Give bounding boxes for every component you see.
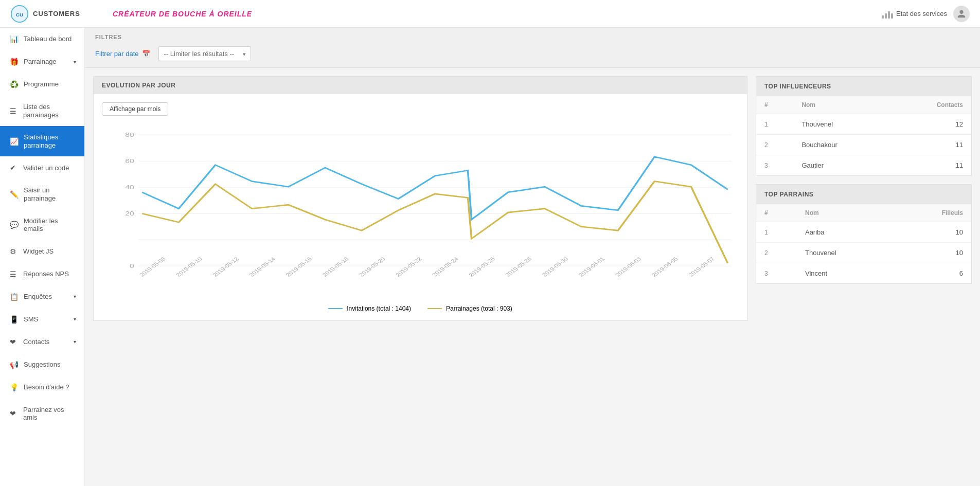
svg-text:2019-06-01: 2019-06-01	[577, 256, 606, 278]
sidebar-label-reponses-nps: Réponses NPS	[23, 270, 76, 278]
sidebar-icon-programme: ♻️	[10, 80, 19, 88]
svg-text:2019-06-05: 2019-06-05	[650, 256, 679, 278]
parrains-header-row: # Nom Filleuls	[756, 204, 971, 222]
sidebar-item-parrainage[interactable]: 🎁 Parrainage ▾	[0, 50, 84, 73]
sidebar-icon-saisir-parrainage: ✏️	[10, 190, 19, 199]
parrains-col-filleuls: Filleuls	[894, 204, 971, 222]
sidebar-item-saisir-parrainage[interactable]: ✏️ Saisir un parrainage	[0, 179, 84, 209]
sidebar-item-widget-js[interactable]: ⚙ Widget JS	[0, 240, 84, 263]
header-right: Etat des services	[882, 6, 970, 22]
svg-text:2019-05-24: 2019-05-24	[431, 256, 459, 278]
chart-card: EVOLUTION PAR JOUR Affichage par mois	[93, 76, 747, 321]
sidebar-label-besoin-aide: Besoin d'aide ?	[24, 383, 76, 391]
layout: 📊 Tableau de bord 🎁 Parrainage ▾ ♻️ Prog…	[0, 28, 980, 486]
top-parrains-card: TOP PARRAINS # Nom Filleuls 1 Aarib	[756, 184, 972, 284]
rank-cell: 2	[756, 135, 793, 155]
sidebar-icon-enquetes: 📋	[10, 293, 19, 301]
svg-text:2019-05-12: 2019-05-12	[211, 256, 240, 278]
name-cell: Vincent	[797, 263, 894, 284]
svg-text:20: 20	[125, 210, 134, 218]
sidebar-label-contacts: Contacts	[23, 338, 68, 346]
sidebar-item-besoin-aide[interactable]: 💡 Besoin d'aide ?	[0, 376, 84, 399]
sidebar-label-enquetes: Enquêtes	[24, 293, 68, 301]
table-row: 3 Vincent 6	[756, 263, 971, 284]
bar-chart-icon	[882, 9, 893, 19]
calendar-icon: 📅	[142, 50, 150, 58]
sidebar-icon-statistiques: 📈	[10, 137, 19, 146]
sidebar-arrow-enquetes: ▾	[74, 294, 76, 299]
table-row: 2 Thouvenel 10	[756, 243, 971, 263]
filter-date-text: Filtrer par date	[95, 50, 139, 58]
header-tagline: CRÉATEUR DE BOUCHE À OREILLE	[113, 10, 252, 18]
chart-title: EVOLUTION PAR JOUR	[94, 77, 747, 94]
table-row: 3 Gautier 11	[756, 155, 971, 176]
display-by-month-button[interactable]: Affichage par mois	[102, 102, 168, 116]
sidebar-item-parrainez-amis[interactable]: ❤ Parrainez vos amis	[0, 399, 84, 429]
svg-text:2019-05-28: 2019-05-28	[504, 256, 533, 278]
svg-text:2019-05-22: 2019-05-22	[394, 256, 423, 278]
sidebar-arrow-parrainage: ▾	[74, 59, 76, 65]
sidebar-item-sms[interactable]: 📱 SMS ▾	[0, 308, 84, 331]
influenceurs-col-contacts: Contacts	[891, 96, 971, 114]
svg-text:2019-05-30: 2019-05-30	[541, 256, 569, 278]
top-parrains-body: # Nom Filleuls 1 Aariba 10 2 Thouvenel 1…	[756, 204, 971, 283]
sidebar-item-valider-code[interactable]: ✔ Valider un code	[0, 156, 84, 179]
svg-text:2019-05-10: 2019-05-10	[174, 256, 203, 278]
top-parrains-title: TOP PARRAINS	[756, 185, 971, 204]
invitations-legend-label: Invitations (total : 1404)	[347, 305, 411, 312]
sidebar-label-tableau-de-bord: Tableau de bord	[24, 35, 76, 43]
parrains-col-rank: #	[756, 204, 797, 222]
rank-cell: 1	[756, 114, 793, 135]
sidebar-item-suggestions[interactable]: 📢 Suggestions	[0, 353, 84, 376]
limit-results-select[interactable]: -- Limiter les résultats --Cette semaine…	[158, 46, 251, 61]
filters-row: Filtrer par date 📅 -- Limiter les résult…	[95, 46, 970, 61]
table-row: 1 Thouvenel 12	[756, 114, 971, 135]
user-avatar[interactable]	[953, 6, 970, 22]
svg-text:2019-06-07: 2019-06-07	[687, 256, 716, 278]
invitations-line	[142, 157, 727, 220]
svg-text:0: 0	[130, 263, 134, 270]
logo-area: CU CUSTOMERS	[10, 5, 113, 23]
limit-results-wrapper[interactable]: -- Limiter les résultats --Cette semaine…	[158, 46, 251, 61]
parrains-table: # Nom Filleuls 1 Aariba 10 2 Thouvenel 1…	[756, 204, 971, 283]
chart-legend: Invitations (total : 1404) Parrainages (…	[102, 305, 739, 312]
sidebar-icon-parrainage: 🎁	[10, 58, 19, 66]
contacts-cell: 11	[891, 135, 971, 155]
svg-text:40: 40	[125, 184, 134, 191]
influenceurs-col-rank: #	[756, 96, 793, 114]
sidebar-item-contacts[interactable]: ❤ Contacts ▾	[0, 331, 84, 353]
influenceurs-table: # Nom Contacts 1 Thouvenel 12 2 Bouchako…	[756, 96, 971, 175]
logo-icon: CU	[10, 5, 29, 23]
sidebar-item-enquetes[interactable]: 📋 Enquêtes ▾	[0, 285, 84, 308]
svg-text:2019-05-14: 2019-05-14	[248, 256, 277, 278]
sidebar-item-liste-parrainages[interactable]: ☰ Liste des parrainages	[0, 96, 84, 126]
logo-text: CUSTOMERS	[33, 10, 80, 17]
filters-title: FILTRES	[95, 34, 970, 40]
svg-text:60: 60	[125, 158, 134, 165]
sidebar-item-tableau-de-bord[interactable]: 📊 Tableau de bord	[0, 28, 84, 50]
chart-svg-container: 80 60 40 20 0 2019-05-08 2019-05-10 2019…	[102, 124, 739, 299]
service-status[interactable]: Etat des services	[882, 9, 947, 19]
sidebar-item-reponses-nps[interactable]: ☰ Réponses NPS	[0, 263, 84, 285]
sidebar-label-statistiques: Statistiques parrainage	[24, 133, 76, 149]
legend-parrainages: Parrainages (total : 903)	[427, 305, 512, 312]
svg-text:2019-05-08: 2019-05-08	[138, 256, 167, 278]
top-influenceurs-body: # Nom Contacts 1 Thouvenel 12 2 Bouchako…	[756, 96, 971, 175]
right-panel: TOP INFLUENCEURS # Nom Contacts 1 T	[756, 76, 972, 284]
line-chart-svg: 80 60 40 20 0 2019-05-08 2019-05-10 2019…	[102, 124, 739, 299]
legend-invitations: Invitations (total : 1404)	[328, 305, 411, 312]
sidebar-item-statistiques[interactable]: 📈 Statistiques parrainage	[0, 126, 84, 156]
sidebar-item-modifier-emails[interactable]: 💬 Modifier les emails	[0, 210, 84, 240]
sidebar-item-programme[interactable]: ♻️ Programme	[0, 73, 84, 96]
svg-text:2019-05-26: 2019-05-26	[468, 256, 496, 278]
rank-cell: 1	[756, 222, 797, 243]
influenceurs-header-row: # Nom Contacts	[756, 96, 971, 114]
sidebar-icon-besoin-aide: 💡	[10, 383, 19, 391]
filter-date-label: Filtrer par date 📅	[95, 50, 150, 58]
name-cell: Gautier	[793, 155, 891, 176]
service-label: Etat des services	[896, 10, 947, 17]
name-cell: Aariba	[797, 222, 894, 243]
filters-section: FILTRES Filtrer par date 📅 -- Limiter le…	[85, 28, 980, 68]
sidebar-icon-valider-code: ✔	[10, 164, 18, 172]
sidebar-label-widget-js: Widget JS	[23, 247, 76, 256]
